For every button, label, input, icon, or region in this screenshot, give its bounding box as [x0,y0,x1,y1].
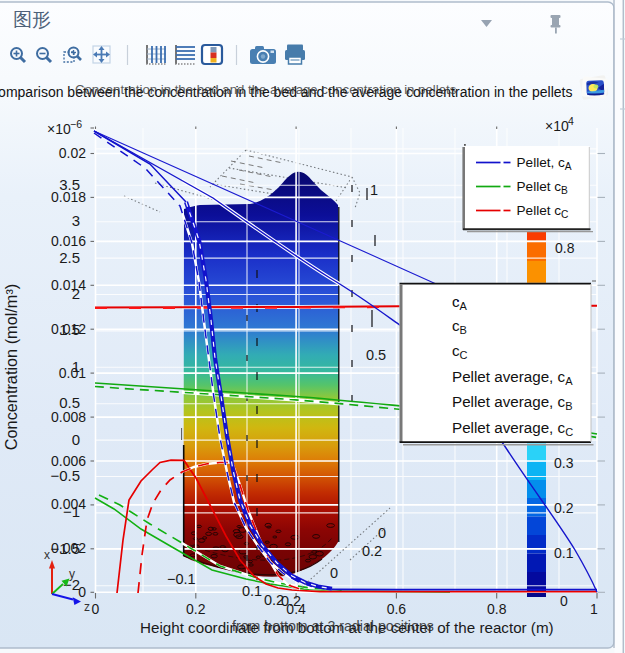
svg-text:Pellet cB: Pellet cB [517,179,569,196]
svg-text:0.2: 0.2 [362,543,382,559]
svg-text:z: z [84,600,90,614]
svg-text:2.5: 2.5 [59,249,80,266]
svg-text:y: y [69,567,75,581]
svg-text:0.016: 0.016 [51,233,86,249]
svg-text:Pellet average, cA: Pellet average, cA [452,368,573,387]
svg-text:Concentration in the bed and t: Concentration in the bed and the average… [75,82,457,97]
svg-text:1: 1 [590,601,598,617]
svg-text:Pellet cC: Pellet cC [517,203,569,220]
svg-text:−1.5: −1.5 [50,540,80,557]
svg-text:1: 1 [72,358,80,375]
svg-text:0: 0 [330,565,338,581]
svg-text:3: 3 [72,212,80,229]
svg-text:0.2: 0.2 [186,601,206,617]
svg-text:0.5: 0.5 [366,347,386,363]
svg-text:0: 0 [72,431,80,448]
svg-text:−0.5: −0.5 [50,467,80,484]
svg-text:×10: ×10 [47,121,71,137]
svg-text:3.5: 3.5 [59,176,80,193]
svg-text:x: x [44,548,50,562]
svg-text:0.8: 0.8 [555,240,575,256]
svg-text:0.014: 0.014 [51,277,86,293]
svg-text:4: 4 [568,115,574,127]
svg-text:Pellet, cA: Pellet, cA [517,155,572,172]
svg-text:0: 0 [92,601,100,617]
svg-text:Pellet average, cB: Pellet average, cB [452,393,572,412]
svg-text:Pellet average, cC: Pellet average, cC [452,419,573,438]
svg-text:×10: ×10 [545,118,569,134]
svg-text:2: 2 [72,285,80,302]
svg-text:0.5: 0.5 [59,394,80,411]
svg-text:1: 1 [370,182,378,198]
svg-text:0.2: 0.2 [554,500,574,516]
svg-text:−6: −6 [70,118,82,130]
svg-text:0.6: 0.6 [387,601,407,617]
svg-text:−0.1: −0.1 [167,571,196,587]
svg-text:0.3: 0.3 [554,455,574,471]
svg-text:1.5: 1.5 [59,321,80,338]
svg-text:0.02: 0.02 [59,145,86,161]
svg-text:from bottom at 3 radial positi: from bottom at 3 radial positions [232,618,434,634]
svg-text:0.8: 0.8 [487,601,507,617]
svg-text:0.1: 0.1 [554,545,574,561]
svg-text:0.1: 0.1 [242,583,262,599]
svg-text:0: 0 [378,525,386,541]
svg-text:0: 0 [560,593,568,609]
svg-text:0.2: 0.2 [281,593,301,609]
svg-text:Concentration (mol/m³): Concentration (mol/m³) [2,284,20,450]
svg-text:图形: 图形 [13,9,51,30]
svg-text:−1: −1 [63,503,80,520]
